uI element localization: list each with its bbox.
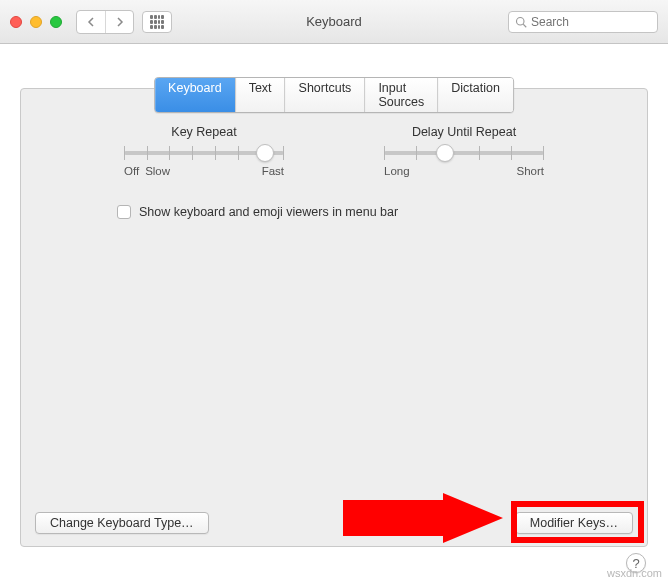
show-viewers-row: Show keyboard and emoji viewers in menu … bbox=[21, 177, 647, 219]
preferences-panel: Keyboard Text Shortcuts Input Sources Di… bbox=[20, 88, 648, 547]
key-repeat-thumb[interactable] bbox=[256, 144, 274, 162]
svg-point-0 bbox=[517, 17, 525, 25]
grid-icon bbox=[150, 15, 164, 29]
search-field[interactable] bbox=[508, 11, 658, 33]
tab-label: Dictation bbox=[451, 81, 500, 95]
titlebar: Keyboard bbox=[0, 0, 668, 44]
tab-bar: Keyboard Text Shortcuts Input Sources Di… bbox=[154, 77, 514, 113]
search-icon bbox=[515, 16, 527, 28]
key-repeat-range-labels: Off Slow Fast bbox=[124, 165, 284, 177]
tab-input-sources[interactable]: Input Sources bbox=[364, 78, 437, 112]
tab-shortcuts[interactable]: Shortcuts bbox=[285, 78, 365, 112]
key-repeat-max: Fast bbox=[262, 165, 284, 177]
delay-repeat-thumb[interactable] bbox=[436, 144, 454, 162]
tab-dictation[interactable]: Dictation bbox=[437, 78, 513, 112]
tab-label: Input Sources bbox=[378, 81, 424, 109]
show-viewers-label: Show keyboard and emoji viewers in menu … bbox=[139, 205, 398, 219]
key-repeat-mid: Slow bbox=[139, 165, 261, 177]
delay-repeat-min: Long bbox=[384, 165, 410, 177]
tab-label: Shortcuts bbox=[299, 81, 352, 95]
change-keyboard-type-button[interactable]: Change Keyboard Type… bbox=[35, 512, 209, 534]
tab-label: Keyboard bbox=[168, 81, 222, 95]
minimize-window-button[interactable] bbox=[30, 16, 42, 28]
delay-repeat-slider[interactable] bbox=[384, 151, 544, 155]
show-viewers-checkbox[interactable] bbox=[117, 205, 131, 219]
svg-line-1 bbox=[523, 24, 526, 27]
pointer-arrow-icon bbox=[343, 493, 503, 543]
delay-repeat-label: Delay Until Repeat bbox=[384, 125, 544, 139]
window-title: Keyboard bbox=[306, 14, 362, 29]
key-repeat-slider-block: Key Repeat Off Slow Fast bbox=[124, 125, 284, 177]
delay-repeat-slider-block: Delay Until Repeat Long Short bbox=[384, 125, 544, 177]
forward-button[interactable] bbox=[105, 11, 133, 33]
key-repeat-label: Key Repeat bbox=[124, 125, 284, 139]
delay-repeat-max: Short bbox=[517, 165, 545, 177]
tab-text[interactable]: Text bbox=[235, 78, 285, 112]
nav-back-forward bbox=[76, 10, 134, 34]
tab-keyboard[interactable]: Keyboard bbox=[155, 78, 235, 112]
show-all-button[interactable] bbox=[142, 11, 172, 33]
tab-label: Text bbox=[249, 81, 272, 95]
key-repeat-slider[interactable] bbox=[124, 151, 284, 155]
search-input[interactable] bbox=[531, 15, 651, 29]
zoom-window-button[interactable] bbox=[50, 16, 62, 28]
key-repeat-min: Off bbox=[124, 165, 139, 177]
modifier-keys-button[interactable]: Modifier Keys… bbox=[515, 512, 633, 534]
delay-repeat-ticks bbox=[384, 146, 544, 160]
watermark: wsxdn.com bbox=[607, 567, 662, 579]
back-button[interactable] bbox=[77, 11, 105, 33]
svg-marker-2 bbox=[343, 493, 503, 543]
close-window-button[interactable] bbox=[10, 16, 22, 28]
window-controls bbox=[10, 16, 62, 28]
delay-repeat-range-labels: Long Short bbox=[384, 165, 544, 177]
